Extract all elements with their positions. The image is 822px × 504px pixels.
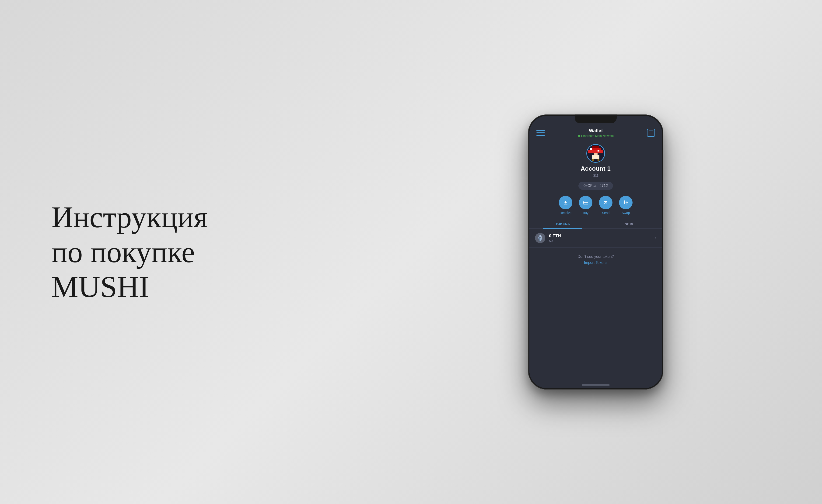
account-name: Account 1 xyxy=(529,165,662,172)
dont-see-text: Don't see your token? xyxy=(534,255,657,259)
import-section: Don't see your token? Import Tokens xyxy=(529,248,662,269)
token-list: 0 ETH $0 › Don't see your token? Import … xyxy=(529,229,662,382)
avatar[interactable] xyxy=(586,144,605,163)
account-section: Account 1 $0 xyxy=(529,165,662,180)
address-pill[interactable]: 0xCFca...4712 xyxy=(578,182,613,190)
instruction-text: Инструкция по покупке MUSHI xyxy=(51,200,208,304)
svg-rect-7 xyxy=(592,159,594,161)
token-info-eth: 0 ETH $0 xyxy=(549,234,655,243)
receive-circle xyxy=(559,196,572,209)
action-buttons: Receive Buy xyxy=(529,192,662,217)
send-button[interactable]: Send xyxy=(599,196,612,215)
send-label: Send xyxy=(602,211,610,215)
svg-marker-14 xyxy=(540,234,542,238)
eth-logo xyxy=(538,234,542,242)
tabs-section: TOKENS NFTs xyxy=(529,219,662,229)
menu-button[interactable] xyxy=(536,130,545,136)
svg-marker-15 xyxy=(540,238,542,242)
account-balance: $0 xyxy=(529,173,662,178)
buy-icon xyxy=(583,200,588,205)
network-dot xyxy=(578,135,580,137)
phone-screen: Wallet Ethereum Main Network xyxy=(529,116,662,388)
phone-wrapper: Wallet Ethereum Main Network xyxy=(528,114,663,390)
instruction-line1: Инструкция xyxy=(51,200,208,234)
swap-icon xyxy=(623,200,629,205)
buy-label: Buy xyxy=(583,211,588,215)
header-center: Wallet Ethereum Main Network xyxy=(578,128,613,138)
svg-rect-2 xyxy=(588,150,603,153)
phone-notch xyxy=(575,114,617,123)
eth-token-icon xyxy=(535,233,545,243)
home-bar xyxy=(582,384,610,386)
menu-line-3 xyxy=(536,135,545,136)
address-badge: 0xCFca...4712 xyxy=(529,180,662,192)
receive-icon xyxy=(563,200,568,205)
svg-rect-3 xyxy=(590,148,592,150)
wallet-title: Wallet xyxy=(578,128,613,133)
swap-circle xyxy=(619,196,633,209)
receive-button[interactable]: Receive xyxy=(559,196,572,215)
svg-rect-6 xyxy=(592,155,599,159)
token-item-eth[interactable]: 0 ETH $0 › xyxy=(529,229,662,248)
tab-tokens[interactable]: TOKENS xyxy=(529,219,596,228)
receive-label: Receive xyxy=(560,211,572,215)
tab-nfts[interactable]: NFTs xyxy=(596,219,662,228)
left-text-block: Инструкция по покупке MUSHI xyxy=(51,200,208,304)
menu-line-1 xyxy=(536,130,545,131)
instruction-line3: MUSHI xyxy=(51,270,149,304)
page-container: Инструкция по покупке MUSHI xyxy=(0,0,822,504)
phone-outer: Wallet Ethereum Main Network xyxy=(528,114,663,390)
network-status: Ethereum Main Network xyxy=(578,134,613,138)
screen-content: Wallet Ethereum Main Network xyxy=(529,116,662,388)
import-tokens-link[interactable]: Import Tokens xyxy=(534,261,657,265)
svg-rect-4 xyxy=(597,150,599,152)
home-indicator xyxy=(529,382,662,388)
avatar-section xyxy=(529,141,662,165)
buy-circle xyxy=(579,196,592,209)
svg-rect-0 xyxy=(592,146,599,148)
instruction-line2: по покупке xyxy=(51,235,195,269)
menu-line-2 xyxy=(536,132,545,133)
scan-button[interactable] xyxy=(647,129,655,137)
buy-button[interactable]: Buy xyxy=(579,196,592,215)
avatar-image xyxy=(588,146,603,161)
network-name: Ethereum Main Network xyxy=(581,134,613,138)
send-circle xyxy=(599,196,612,209)
token-fiat: $0 xyxy=(549,239,655,243)
svg-rect-9 xyxy=(564,204,567,204)
svg-rect-11 xyxy=(583,202,588,203)
svg-rect-8 xyxy=(597,159,599,161)
swap-label: Swap xyxy=(622,211,630,215)
swap-button[interactable]: Swap xyxy=(619,196,633,215)
token-chevron: › xyxy=(655,236,656,241)
token-amount: 0 ETH xyxy=(549,234,655,238)
send-icon xyxy=(603,200,608,205)
